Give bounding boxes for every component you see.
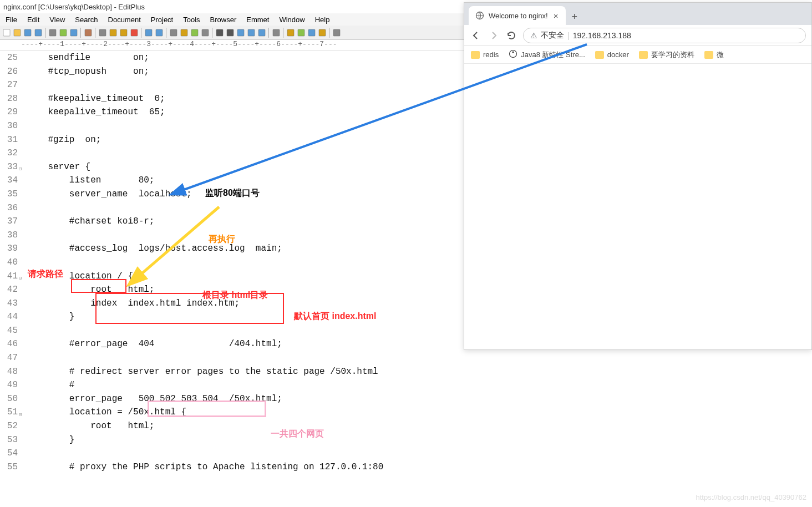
toolbar-cut-icon[interactable]: [98, 28, 108, 38]
code-line[interactable]: sendfile on;: [27, 51, 383, 65]
menu-tools[interactable]: Tools: [179, 14, 204, 25]
code-line[interactable]: [27, 324, 383, 338]
menu-help[interactable]: Help: [311, 14, 334, 25]
toolbar-browser2-icon[interactable]: [296, 28, 306, 38]
bookmark-item[interactable]: 要学习的资料: [639, 50, 694, 60]
code-line[interactable]: #keepalive_timeout 0;: [27, 92, 383, 106]
back-button[interactable]: [470, 29, 482, 42]
code-line[interactable]: #access_log logs/host.access.log main;: [27, 242, 383, 256]
code-line[interactable]: [27, 78, 383, 92]
code-line[interactable]: }: [27, 310, 383, 324]
code-line[interactable]: [27, 351, 383, 365]
svg-rect-25: [298, 29, 304, 36]
code-line[interactable]: root html;: [27, 419, 383, 433]
code-line[interactable]: #error_page 404 /404.html;: [27, 337, 383, 351]
code-line[interactable]: # proxy the PHP scripts to Apache listen…: [27, 460, 383, 474]
line-number: 39: [0, 242, 18, 256]
browser-tab[interactable]: Welcome to nginx! ×: [469, 6, 566, 25]
code-line[interactable]: [27, 119, 383, 133]
browser-viewport[interactable]: [464, 64, 811, 349]
menu-document[interactable]: Document: [104, 14, 145, 25]
toolbar-find-icon[interactable]: [169, 28, 179, 38]
toolbar-print-icon[interactable]: [48, 28, 58, 38]
toolbar-font-icon[interactable]: [215, 28, 225, 38]
tab-close-icon[interactable]: ×: [552, 11, 560, 21]
toolbar-browser4-icon[interactable]: [317, 28, 327, 38]
code-line[interactable]: [27, 256, 383, 270]
toolbar-spell-icon[interactable]: [69, 28, 79, 38]
svg-rect-21: [248, 29, 255, 36]
toolbar-redo-icon[interactable]: [154, 28, 164, 38]
code-line[interactable]: [27, 447, 383, 460]
svg-rect-11: [131, 29, 138, 36]
bookmark-item[interactable]: redis: [471, 50, 499, 59]
svg-rect-22: [258, 29, 265, 36]
menu-emmet[interactable]: Emmet: [242, 14, 273, 25]
warning-icon: ⚠: [530, 31, 537, 40]
forward-button[interactable]: [488, 29, 500, 42]
code-line[interactable]: location / {: [27, 270, 383, 283]
code-line[interactable]: error_page 500 502 503 504 /50x.html;: [27, 392, 383, 406]
toolbar-hex-icon[interactable]: [225, 28, 235, 38]
toolbar-replace-icon[interactable]: [190, 28, 200, 38]
toolbar-preview-icon[interactable]: [58, 28, 68, 38]
folder-icon: [595, 51, 604, 59]
menu-view[interactable]: View: [45, 14, 69, 25]
code-line[interactable]: #: [27, 378, 383, 392]
code-line[interactable]: [27, 201, 383, 215]
toolbar-copy-icon[interactable]: [108, 28, 118, 38]
code-line[interactable]: location = /50x.html {: [27, 405, 383, 419]
bookmark-item[interactable]: Java8 新特性 Stre...: [509, 49, 585, 60]
url-input[interactable]: ⚠ 不安全 | 192.168.213.188: [523, 28, 806, 43]
globe-icon: [475, 11, 484, 20]
code-line[interactable]: #charset koi8-r;: [27, 215, 383, 229]
code-line[interactable]: keepalive_timeout 65;: [27, 105, 383, 119]
code-line[interactable]: listen 80;: [27, 174, 383, 187]
editor-title: nginx.conf [C:\Users\ykq\Desktop] - Edit…: [3, 3, 145, 11]
menu-edit[interactable]: Edit: [23, 14, 44, 25]
toolbar-open-icon[interactable]: [12, 28, 22, 38]
menu-window[interactable]: Window: [275, 14, 309, 25]
toolbar-goto-icon[interactable]: [200, 28, 210, 38]
code-line[interactable]: [27, 229, 383, 242]
menu-search[interactable]: Search: [70, 14, 102, 25]
toolbar-save-icon[interactable]: [23, 28, 33, 38]
code-line[interactable]: [27, 146, 383, 160]
code-line[interactable]: server {: [27, 160, 383, 174]
toolbar-linenum-icon[interactable]: [257, 28, 267, 38]
toolbar-word-icon[interactable]: [236, 28, 246, 38]
code-line[interactable]: #gzip on;: [27, 133, 383, 147]
toolbar-findnext-icon[interactable]: [179, 28, 189, 38]
toolbar-undo-icon[interactable]: [144, 28, 154, 38]
bookmarks-bar: redisJava8 新特性 Stre...docker要学习的资料微: [464, 46, 811, 64]
toolbar-wrap-icon[interactable]: [246, 28, 256, 38]
toolbar-new-icon[interactable]: [2, 28, 12, 38]
toolbar-saveall-icon[interactable]: [33, 28, 43, 38]
menu-project[interactable]: Project: [146, 14, 177, 25]
toolbar-split-icon[interactable]: [271, 28, 281, 38]
code-line[interactable]: #tcp_nopush on;: [27, 65, 383, 79]
watermark: https://blog.csdn.net/qq_40390762: [696, 493, 807, 501]
toolbar-bookmark-icon[interactable]: [83, 28, 93, 38]
code-content[interactable]: sendfile on; #tcp_nopush on; #keepalive_…: [27, 51, 383, 474]
toolbar-paste-icon[interactable]: [119, 28, 129, 38]
bookmark-item[interactable]: docker: [595, 50, 629, 59]
toolbar-browser3-icon[interactable]: [307, 28, 317, 38]
toolbar-browser1-icon[interactable]: [286, 28, 296, 38]
code-line[interactable]: # redirect server error pages to the sta…: [27, 365, 383, 379]
svg-rect-2: [24, 29, 31, 36]
code-line[interactable]: root html;: [27, 283, 383, 297]
toolbar-arrow-icon[interactable]: [332, 28, 342, 38]
security-label: 不安全: [541, 31, 564, 40]
toolbar-delete-icon[interactable]: [129, 28, 139, 38]
reload-button[interactable]: [505, 29, 517, 42]
menu-browser[interactable]: Browser: [206, 14, 241, 25]
bookmark-item[interactable]: 微: [704, 50, 724, 60]
line-number: 26: [0, 65, 18, 79]
new-tab-button[interactable]: +: [566, 9, 583, 25]
code-line[interactable]: }: [27, 433, 383, 447]
code-line[interactable]: server_name localhost;: [27, 187, 383, 201]
url-text: 192.168.213.188: [573, 31, 631, 40]
menu-file[interactable]: File: [1, 14, 22, 25]
code-line[interactable]: index index.html index.htm;: [27, 297, 383, 311]
